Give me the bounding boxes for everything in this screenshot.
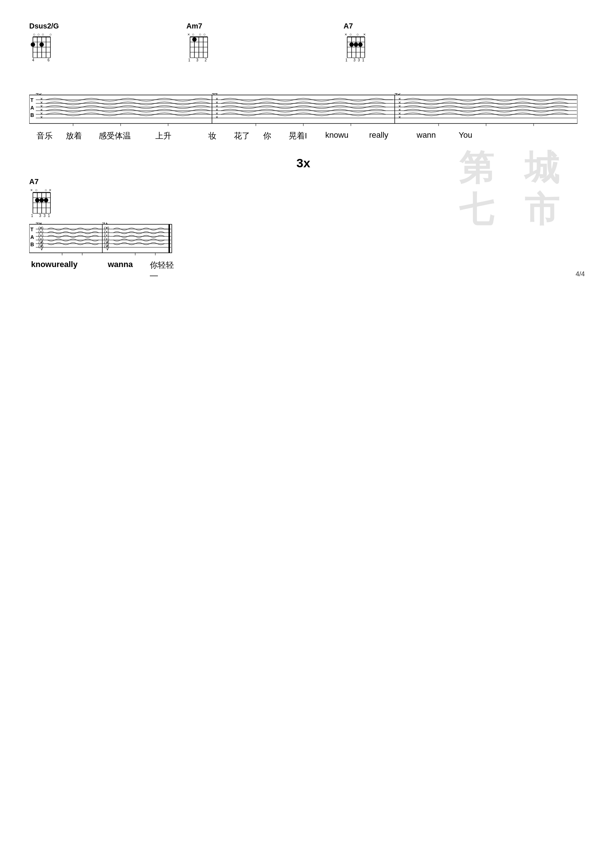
lyric-item: really [369,130,389,140]
chord-diagram-a7-row1: × ○ ○ × 1 3 [344,31,373,62]
svg-text:3: 3 [353,58,356,62]
svg-point-32 [192,37,197,42]
svg-text:44: 44 [212,93,218,96]
svg-text:43: 43 [36,93,42,96]
page-number: 4/4 [576,270,585,278]
svg-text:∨: ∨ [106,246,109,251]
chord-diagram-a7-row2: × ○ ○ × 1 3 3 1 [29,187,59,218]
svg-point-113 [35,198,39,202]
svg-text:3: 3 [358,58,360,62]
lyric-item: 感受体温 [99,130,131,141]
chord-dsus2g: Dsus2/G ○ ○ ○ ○ [29,22,59,64]
chord-name-a7-row1: A7 [344,22,373,30]
svg-text:B: B [30,242,34,247]
svg-text:^: ^ [40,226,42,231]
lyric-item3: 你轻轻— [150,260,176,280]
svg-text:○: ○ [199,32,201,37]
svg-text:1: 1 [31,214,33,218]
svg-text:○: ○ [33,32,36,37]
page-content: Dsus2/G ○ ○ ○ ○ [0,0,614,296]
svg-text:×: × [216,115,218,120]
svg-text:×: × [40,115,43,120]
lyric-item: 妆 [208,130,216,141]
lyric-item: 音乐 [37,130,53,141]
lyric-item: 晃着I [289,130,307,141]
svg-point-15 [39,42,44,47]
svg-text:○: ○ [350,32,352,37]
tab-svg-row2: T A B 46 47 (×) ^ (×) ^ [29,222,176,255]
svg-text:6: 6 [48,58,50,62]
lyric-item: 你 [263,130,271,141]
svg-text:T: T [30,226,34,232]
chord-am7: Am7 × ○ ○ ○ 1 3 [187,22,214,64]
svg-text:A: A [30,234,34,240]
svg-text:B: B [30,112,34,118]
lyrics-row1: 音乐 放着 感受体温 上升 妆 花了 你 晃着I knowu really wa… [29,130,577,145]
lyric-item: 放着 [66,130,82,141]
svg-text:1: 1 [345,58,348,62]
lyric-item: You [459,130,472,140]
svg-text:1: 1 [188,58,190,62]
svg-text:○: ○ [356,32,359,37]
svg-text:○: ○ [42,32,44,37]
repeat-marker: 3x [29,156,577,170]
lyric-item-bold1: knowureally [31,260,78,269]
chord-name-dsus2g: Dsus2/G [29,22,59,30]
chord-name-am7: Am7 [187,22,214,30]
lyric-item: 花了 [234,130,250,141]
chord-a7-row1: A7 × ○ ○ × [344,22,373,64]
svg-text:1: 1 [48,214,50,218]
svg-text:3: 3 [44,214,46,218]
tab-row1: T A B 43 44 45 × × [29,93,577,127]
svg-text:×: × [345,32,347,37]
svg-text:1: 1 [362,58,364,62]
tab-row2: T A B 46 47 (×) ^ (×) ^ [29,222,176,257]
svg-text:×: × [49,188,51,192]
svg-text:3: 3 [39,214,41,218]
svg-text:○: ○ [203,32,206,37]
chord-name-a7-row2: A7 [29,178,585,186]
svg-text:×: × [363,32,365,37]
svg-text:∨: ∨ [40,246,43,251]
svg-text:2: 2 [205,58,207,62]
svg-point-50 [350,42,354,47]
chord-a7-row2: A7 × ○ ○ × 1 3 3 1 [29,178,585,220]
svg-text:45: 45 [395,93,401,96]
chord-diagram-dsus2g: ○ ○ ○ ○ 4 [29,31,57,62]
svg-text:3: 3 [196,58,199,62]
svg-point-51 [354,42,358,47]
svg-rect-120 [29,224,172,253]
svg-text:×: × [188,32,190,37]
svg-point-14 [31,42,35,47]
svg-point-115 [44,198,48,202]
svg-text:○: ○ [35,188,38,192]
lyrics-row2: knowureally wanna 你轻轻— [29,260,176,274]
svg-point-52 [358,42,362,47]
svg-text:○: ○ [49,32,52,37]
svg-text:○: ○ [37,32,40,37]
svg-text:^: ^ [106,226,108,231]
lyric-item: 上升 [155,130,171,141]
svg-text:○: ○ [45,188,47,192]
lyric-item: wann [417,130,436,140]
chord-diagram-am7: × ○ ○ ○ 1 3 2 [187,31,214,62]
svg-text:○: ○ [192,32,194,37]
lyric-item-bold2: wanna [108,260,133,269]
svg-text:A: A [30,105,34,111]
tab-svg-row1: T A B 43 44 45 × × [29,93,577,126]
svg-text:×: × [30,188,33,192]
lyric-item: knowu [325,130,349,140]
svg-text:4: 4 [32,58,34,62]
svg-point-114 [39,198,44,202]
svg-text:T: T [30,97,34,103]
svg-text:×: × [398,115,401,120]
